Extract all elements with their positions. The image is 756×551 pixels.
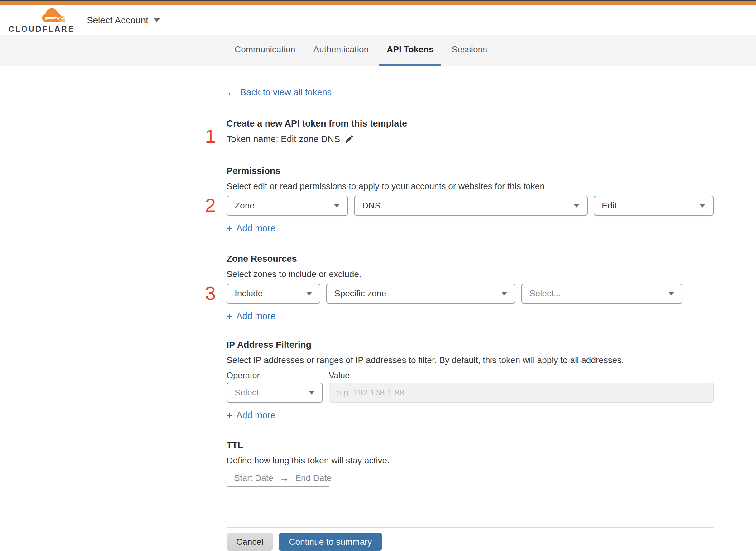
caret-down-icon [699,204,706,207]
zone-pick-select[interactable]: Select... [521,284,682,304]
back-arrow-icon: ← [226,87,236,98]
permissions-subtitle: Select edit or read permissions to apply… [226,181,714,192]
cloudflare-cloud-icon [38,6,68,24]
cloudflare-logo: CLOUDFLARE [8,6,71,34]
add-more-label: Add more [236,311,275,322]
account-selector-label: Select Account [87,15,148,26]
ttl-subtitle: Define how long this token will stay act… [226,455,714,466]
plus-icon: + [226,223,232,233]
tab-authentication[interactable]: Authentication [306,35,376,66]
permission-scope-value: Zone [235,201,254,211]
ip-value-input[interactable] [329,383,714,403]
end-date-label: End Date [295,473,331,483]
continue-to-summary-button[interactable]: Continue to summary [278,533,382,551]
ip-filtering-title: IP Address Filtering [226,339,714,350]
footer-divider [226,527,714,528]
footer-actions: Cancel Continue to summary [226,533,714,551]
token-name-text: Token name: Edit zone DNS [226,133,340,145]
permissions-section: Permissions Select edit or read permissi… [226,165,714,234]
zone-pick-value: Select... [530,289,561,299]
caret-down-icon [308,391,315,395]
cancel-button[interactable]: Cancel [226,533,273,551]
page-title: Create a new API token from this templat… [226,118,714,129]
back-link-label: Back to view all tokens [240,87,331,98]
ip-operator-select[interactable]: Select... [226,383,323,403]
zone-include-select[interactable]: Include [226,284,320,304]
caret-down-icon [668,292,674,296]
edit-pencil-icon[interactable] [344,134,354,144]
ip-filtering-section: IP Address Filtering Select IP addresses… [226,339,714,421]
top-orange-accent-bar [0,1,756,5]
arrow-right-icon: → [279,473,289,483]
caret-down-icon [334,204,340,207]
step-number-3: 3 [202,284,218,303]
app-header: CLOUDFLARE Select Account [0,5,756,35]
zone-include-value: Include [235,289,263,299]
tab-api-tokens[interactable]: API Tokens [379,35,441,66]
zone-resources-subtitle: Select zones to include or exclude. [226,268,714,280]
caret-down-icon [306,292,312,296]
cloudflare-wordmark: CLOUDFLARE [8,25,71,34]
tab-communication[interactable]: Communication [227,35,303,66]
account-selector[interactable]: Select Account [87,5,160,35]
ip-operator-value: Select... [235,388,266,398]
main-content: ← Back to view all tokens 1 Create a new… [226,66,714,551]
back-to-tokens-link[interactable]: ← Back to view all tokens [226,87,331,98]
permissions-add-more-link[interactable]: + Add more [226,222,275,234]
add-more-label: Add more [236,222,275,234]
caret-down-icon [153,18,160,22]
cloudflare-api-token-page: CLOUDFLARE Select Account Communication … [0,0,756,551]
zone-type-value: Specific zone [334,289,387,299]
ip-filtering-add-more-link[interactable]: + Add more [226,410,275,421]
ip-field-labels: Operator Value [226,370,714,381]
start-date-label: Start Date [234,473,273,483]
permissions-select-row: 2 Zone DNS Edit [226,196,714,216]
tabs-group: Communication Authentication API Tokens … [227,35,495,66]
add-more-label: Add more [236,410,275,421]
step-number-1: 1 [202,126,218,146]
profile-tab-bar: Communication Authentication API Tokens … [0,35,756,66]
plus-icon: + [226,311,232,321]
caret-down-icon [501,292,507,296]
token-template-intro: 1 Create a new API token from this templ… [226,118,714,145]
ip-filter-row: Select... [226,383,714,403]
value-label: Value [329,370,349,381]
caret-down-icon [573,204,580,207]
tab-sessions[interactable]: Sessions [444,35,495,66]
permission-group-value: DNS [362,201,381,211]
permissions-title: Permissions [226,165,714,176]
zone-type-select[interactable]: Specific zone [326,284,516,304]
zone-resources-select-row: 3 Include Specific zone Select... [226,284,714,304]
ttl-title: TTL [226,439,714,451]
zone-resources-section: Zone Resources Select zones to include o… [226,253,714,322]
permission-group-select[interactable]: DNS [354,196,588,216]
ip-filtering-subtitle: Select IP addresses or ranges of IP addr… [226,355,714,366]
permission-scope-select[interactable]: Zone [226,196,348,216]
zone-resources-title: Zone Resources [226,253,714,264]
step-number-2: 2 [202,196,218,215]
permission-access-select[interactable]: Edit [594,196,714,216]
permission-access-value: Edit [602,201,617,211]
token-name-line: Token name: Edit zone DNS [226,133,714,145]
plus-icon: + [226,410,232,420]
ttl-section: TTL Define how long this token will stay… [226,439,714,487]
zone-resources-add-more-link[interactable]: + Add more [226,311,275,322]
ttl-date-range-picker[interactable]: Start Date → End Date [226,469,329,487]
operator-label: Operator [226,370,329,381]
